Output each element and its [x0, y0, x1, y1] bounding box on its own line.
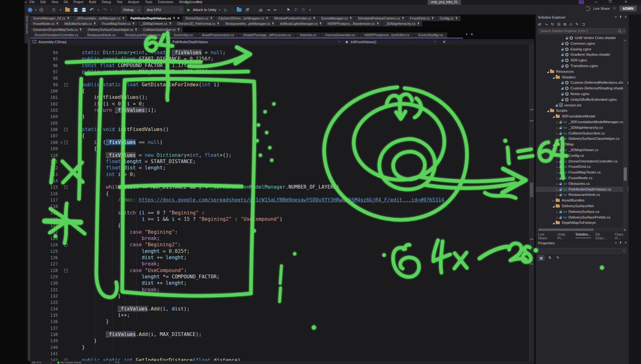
tab-options-icon[interactable]: ✚ [471, 33, 473, 36]
tree-item[interactable]: ▷C#_3DFoundationModelManager.cs [536, 119, 629, 125]
code-line[interactable]: 99– public static float GetDistanceForIn… [30, 82, 444, 88]
editor-tab[interactable]: DroneOrientationController.cs [30, 32, 82, 38]
tree-hscrollbar[interactable]: ◀ ▶ [537, 228, 627, 231]
editor-tab[interactable]: FencesGenerator.cs [321, 32, 360, 38]
pin-icon[interactable] [619, 16, 621, 19]
pin-icon[interactable] [313, 17, 315, 20]
editor-tab[interactable]: PathfinderDepthValues.cs✕ [128, 16, 182, 21]
pin-icon[interactable] [417, 22, 419, 25]
tree-item[interactable]: Common.cginc [536, 41, 629, 47]
pin-icon[interactable] [122, 17, 124, 20]
editor-tab[interactable]: DeliverySurfaceClassHelper.cs [85, 27, 140, 32]
tab-overflow-chevron-icon[interactable]: ▼ [465, 33, 468, 36]
code-line[interactable]: 134 _fixValues.Add(i, dist); [30, 306, 444, 312]
folder-view-icon[interactable]: ⊐ [582, 22, 585, 26]
fold-toggle-icon[interactable]: – [64, 185, 68, 189]
start-without-debugging-icon[interactable]: ▷ [224, 8, 227, 12]
code-line[interactable]: 106– static void initFixedValues() [30, 126, 444, 133]
bookmark-icon[interactable]: ⚑ [286, 8, 290, 12]
editor-tab[interactable]: Config.cs [437, 16, 461, 21]
pin-icon[interactable] [320, 22, 322, 25]
fold-toggle-icon[interactable]: – [64, 243, 68, 247]
editor-tab[interactable]: AssetPreprocessor.cs [197, 32, 238, 38]
panel-tab-solution---[interactable]: Solution... [576, 232, 591, 238]
code-editor[interactable]: 94 static Dictionary<int, float> _fixVal… [30, 45, 534, 361]
code-line[interactable]: 111 float lenght = START_DISTANCE; [30, 158, 444, 165]
tree-item[interactable]: ◢Scripts [536, 108, 629, 114]
code-line[interactable]: 128– case "UseCompound": [30, 267, 444, 274]
tree-item[interactable]: ▷C#CollisionSubscriber.cs [536, 131, 629, 136]
tree-item[interactable]: ▷C#DroneOrientationController.cs [536, 159, 629, 164]
code-line[interactable]: 142– public static int GetIndexForDistan… [30, 357, 444, 361]
code-line[interactable]: 107 { [30, 133, 444, 139]
code-line[interactable]: 115– while (dist <= MAX_DISTANCE && i < … [30, 184, 444, 190]
fold-toggle-icon[interactable]: – [64, 128, 68, 131]
indent-icon[interactable]: ⇥ [266, 8, 270, 12]
tree-item[interactable]: ▷C#_3DMapHierarchy.cs [536, 125, 629, 131]
editor-tab[interactable]: CityGen3DGen...torWrapper.cs [216, 16, 271, 21]
debug-config-dropdown[interactable]: Debug▾ [121, 6, 141, 13]
editor-tab[interactable]: EnviroSkyMgr.cs [414, 32, 447, 38]
editor-tab[interactable]: RestaurantHo...pleManager.cs [223, 21, 277, 26]
editor-tab[interactable]: SceneManager_02.cs [30, 16, 72, 21]
tree-item[interactable]: ◢Shaders [536, 75, 629, 80]
code-line[interactable]: 105 [30, 120, 444, 126]
code-line[interactable]: 138 _fixValues.Add(i, MAX_DISTANCE); [30, 331, 444, 338]
solution-search-input[interactable]: Search Solution Explorer (Ctrl+;) ▾ [538, 28, 626, 34]
maximize-button[interactable]: ❒ [605, 0, 615, 4]
panel-tab-git-chan---[interactable]: Git Chan... [595, 232, 610, 238]
comment-icon[interactable]: ⇤ [274, 8, 277, 12]
code-line[interactable]: 118 [30, 203, 444, 209]
pin-icon[interactable] [619, 242, 621, 244]
back-dropdown-icon[interactable]: ▾ [35, 9, 36, 11]
editor-tab[interactable]: CollisionSubscriber.cs [140, 27, 183, 32]
code-line[interactable]: 132 } [30, 293, 444, 299]
code-line[interactable]: 103 return _fixValues[i]; [30, 107, 444, 113]
code-line[interactable]: 113 int i = 0; [30, 171, 444, 178]
properties-wrench-icon[interactable]: ✎ [576, 22, 579, 26]
code-line[interactable]: 100 { [30, 88, 444, 94]
alphabetical-icon[interactable]: ⇅ [547, 255, 553, 260]
tree-item[interactable]: version.txt [536, 103, 629, 108]
refresh-icon[interactable]: ↻ [551, 22, 554, 26]
editor-tab[interactable]: OneSec3D_FileFormat.cs [174, 21, 222, 26]
feedback-icon[interactable]: ⚐ [613, 6, 616, 11]
bookmark-prev-icon[interactable]: ⚐ [294, 8, 298, 12]
tree-item[interactable]: ◢3DMap [536, 142, 629, 147]
tree-item[interactable]: ▷C#RestaurantHook.cs [536, 192, 629, 198]
attach-dropdown-icon[interactable]: ▾ [219, 9, 220, 11]
add-item-icon[interactable] [237, 8, 241, 12]
menu-git[interactable]: Git [64, 0, 68, 4]
code-line[interactable]: 114 [30, 178, 444, 184]
pin-icon[interactable] [56, 22, 59, 25]
categorized-icon[interactable]: ▦ [538, 255, 544, 261]
tree-item[interactable]: ▷C#PathfinderDepthValues.cs [536, 187, 629, 192]
editor-tab[interactable]: ShaderPackage...stProcessor.cs [239, 32, 295, 38]
redo-dropdown-icon[interactable]: ▾ [111, 9, 112, 11]
code-line[interactable]: 140 } [30, 344, 444, 350]
attach-to-unity-play-icon[interactable]: ▶ [187, 8, 190, 12]
fold-toggle-icon[interactable]: – [64, 359, 68, 361]
tree-item[interactable]: ◢Resources [536, 69, 629, 75]
editor-tab[interactable]: SceneManager.cs [318, 16, 355, 21]
code-line[interactable]: 102 if (i < 0) i = 0; [30, 101, 444, 107]
menu-view[interactable]: View [51, 0, 58, 4]
fold-toggle-icon[interactable]: – [64, 230, 68, 234]
panel-close-icon[interactable]: ✕ [624, 241, 627, 244]
minimize-button[interactable]: — [591, 0, 601, 4]
tree-item[interactable]: Transitions.cginc [536, 63, 629, 69]
code-line[interactable]: 104 } [30, 113, 444, 120]
tree-item[interactable]: ▷C#FruxelMapTester.cs [536, 170, 629, 175]
tree-item[interactable]: ▷C#_3DMapViewer.cs [536, 147, 629, 153]
code-line[interactable]: 110 _fixValues = new Dictionary<int, flo… [30, 152, 444, 158]
more-tools-icon[interactable]: ▾ [309, 9, 311, 11]
close-tab-icon[interactable]: ✕ [177, 16, 180, 21]
pin-icon[interactable] [80, 28, 82, 31]
code-line[interactable]: 126 dist += lenght; [30, 254, 444, 261]
editor-tab[interactable]: Generator2ExportMapTools.cs [30, 27, 85, 32]
code-line[interactable]: 129 lenght *= COMPOUND_FACTOR; [30, 274, 444, 280]
editor-tab[interactable]: _3DMapHierarchy.cs [382, 21, 422, 26]
code-line[interactable]: 121 { [30, 222, 444, 229]
editor-tab[interactable]: RestaurantHook.cs [83, 32, 120, 38]
code-line[interactable]: 131 break; [30, 287, 444, 293]
